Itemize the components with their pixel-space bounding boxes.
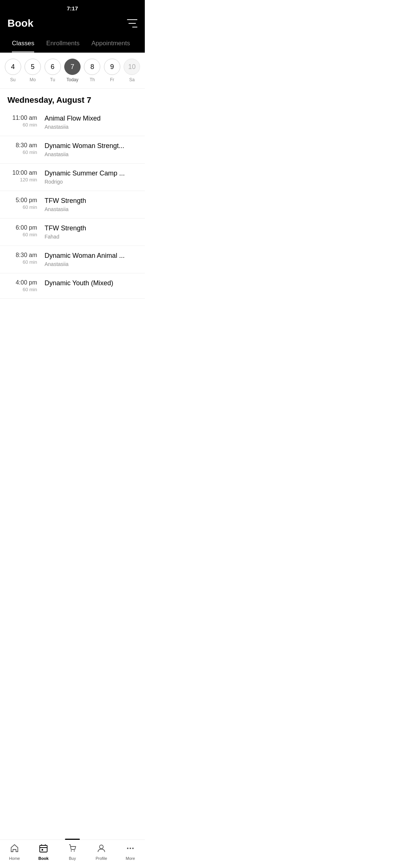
classes-list: 11:00 am 60 min Animal Flow Mixed Anasta… — [0, 109, 145, 299]
date-number-7: 7 — [64, 59, 81, 75]
time-text-6: 4:00 pm — [16, 279, 37, 286]
duration-text-4: 60 min — [23, 232, 37, 237]
date-item-tu6[interactable]: 6 Tu — [45, 59, 61, 82]
class-instructor-3: Anastasiia — [45, 206, 137, 212]
class-instructor-2: Rodrigo — [45, 179, 137, 185]
class-name-4: TFW Strength — [45, 224, 137, 232]
date-day-mo: Mo — [30, 77, 36, 82]
date-day-today: Today — [66, 77, 78, 82]
class-instructor-4: Fahad — [45, 234, 137, 240]
duration-text-0: 60 min — [23, 122, 37, 128]
date-number-8: 8 — [84, 59, 100, 75]
class-item-1[interactable]: 8:30 am 60 min Dynamic Woman Strengt... … — [0, 136, 145, 164]
date-item-today7[interactable]: 7 Today — [64, 59, 81, 82]
time-text-1: 8:30 am — [16, 142, 37, 149]
date-number-5: 5 — [25, 59, 41, 75]
time-text-4: 6:00 pm — [16, 224, 37, 231]
class-info-3: TFW Strength Anastasiia — [45, 197, 137, 212]
date-day-fr: Fr — [110, 77, 114, 82]
duration-text-3: 60 min — [23, 204, 37, 210]
header: Book — [0, 14, 145, 35]
class-name-0: Animal Flow Mixed — [45, 115, 137, 122]
class-time-0: 11:00 am 60 min — [7, 115, 45, 128]
class-info-2: Dynamic Summer Camp ... Rodrigo — [45, 170, 137, 185]
class-time-6: 4:00 pm 60 min — [7, 279, 45, 292]
date-day-su: Su — [10, 77, 16, 82]
date-item-th8[interactable]: 8 Th — [84, 59, 100, 82]
class-time-5: 8:30 am 60 min — [7, 252, 45, 265]
date-day-tu: Tu — [50, 77, 55, 82]
tab-enrollments[interactable]: Enrollments — [40, 35, 85, 52]
class-name-5: Dynamic Woman Animal ... — [45, 252, 137, 260]
time-text-3: 5:00 pm — [16, 197, 37, 204]
class-instructor-0: Anastasiia — [45, 124, 137, 130]
filter-line-2 — [128, 23, 136, 24]
class-name-3: TFW Strength — [45, 197, 137, 205]
class-time-4: 6:00 pm 60 min — [7, 224, 45, 237]
tab-classes[interactable]: Classes — [6, 35, 40, 52]
class-instructor-1: Anastasiia — [45, 151, 137, 157]
duration-text-6: 60 min — [23, 287, 37, 292]
date-selector: 4 Su 5 Mo 6 Tu 7 Today 8 Th 9 Fr 10 Sa — [0, 53, 145, 89]
class-name-2: Dynamic Summer Camp ... — [45, 170, 137, 177]
duration-text-5: 60 min — [23, 259, 37, 265]
filter-icon[interactable] — [127, 19, 137, 27]
class-time-1: 8:30 am 60 min — [7, 142, 45, 155]
class-instructor-5: Anastasiia — [45, 261, 137, 267]
class-info-6: Dynamic Youth (Mixed) — [45, 279, 137, 289]
class-item-4[interactable]: 6:00 pm 60 min TFW Strength Fahad — [0, 218, 145, 246]
status-time: 7:17 — [67, 5, 78, 11]
time-text-2: 10:00 am — [12, 170, 37, 176]
date-number-9: 9 — [104, 59, 120, 75]
date-day-sa: Sa — [129, 77, 135, 82]
class-time-2: 10:00 am 120 min — [7, 170, 45, 183]
header-title: Book — [7, 17, 33, 29]
class-item-0[interactable]: 11:00 am 60 min Animal Flow Mixed Anasta… — [0, 109, 145, 136]
filter-line-1 — [127, 19, 137, 20]
class-info-5: Dynamic Woman Animal ... Anastasiia — [45, 252, 137, 267]
date-number-4: 4 — [5, 59, 21, 75]
date-item-sa10[interactable]: 10 Sa — [124, 59, 140, 82]
duration-text-1: 60 min — [23, 149, 37, 155]
class-time-3: 5:00 pm 60 min — [7, 197, 45, 210]
content-area: Wednesday, August 7 11:00 am 60 min Anim… — [0, 89, 145, 332]
date-item-mo5[interactable]: 5 Mo — [25, 59, 41, 82]
time-text-0: 11:00 am — [12, 115, 37, 121]
class-item-2[interactable]: 10:00 am 120 min Dynamic Summer Camp ...… — [0, 164, 145, 191]
class-info-0: Animal Flow Mixed Anastasiia — [45, 115, 137, 130]
class-info-1: Dynamic Woman Strengt... Anastasiia — [45, 142, 137, 157]
class-name-6: Dynamic Youth (Mixed) — [45, 279, 137, 287]
date-item-su4[interactable]: 4 Su — [5, 59, 21, 82]
class-name-1: Dynamic Woman Strengt... — [45, 142, 137, 150]
class-item-5[interactable]: 8:30 am 60 min Dynamic Woman Animal ... … — [0, 246, 145, 273]
filter-line-3 — [132, 27, 137, 27]
class-info-4: TFW Strength Fahad — [45, 224, 137, 240]
tabs-bar: Classes Enrollments Appointments — [0, 35, 145, 53]
date-number-6: 6 — [45, 59, 61, 75]
date-item-fr9[interactable]: 9 Fr — [104, 59, 120, 82]
class-item-6[interactable]: 4:00 pm 60 min Dynamic Youth (Mixed) — [0, 273, 145, 299]
date-day-th: Th — [89, 77, 95, 82]
section-date: Wednesday, August 7 — [0, 89, 145, 109]
date-number-10: 10 — [124, 59, 140, 75]
duration-text-2: 120 min — [20, 177, 37, 183]
time-text-5: 8:30 am — [16, 252, 37, 259]
tab-appointments[interactable]: Appointments — [85, 35, 136, 52]
status-bar: 7:17 — [0, 0, 145, 14]
class-item-3[interactable]: 5:00 pm 60 min TFW Strength Anastasiia — [0, 191, 145, 218]
